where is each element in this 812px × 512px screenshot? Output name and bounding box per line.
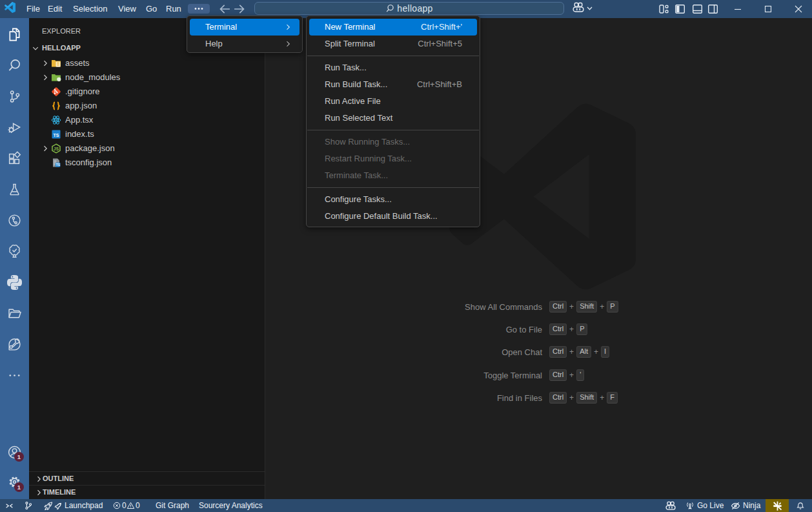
svg-text:TS: TS (54, 133, 59, 138)
svg-text:JS: JS (54, 147, 59, 151)
svg-text:TS: TS (56, 163, 60, 167)
